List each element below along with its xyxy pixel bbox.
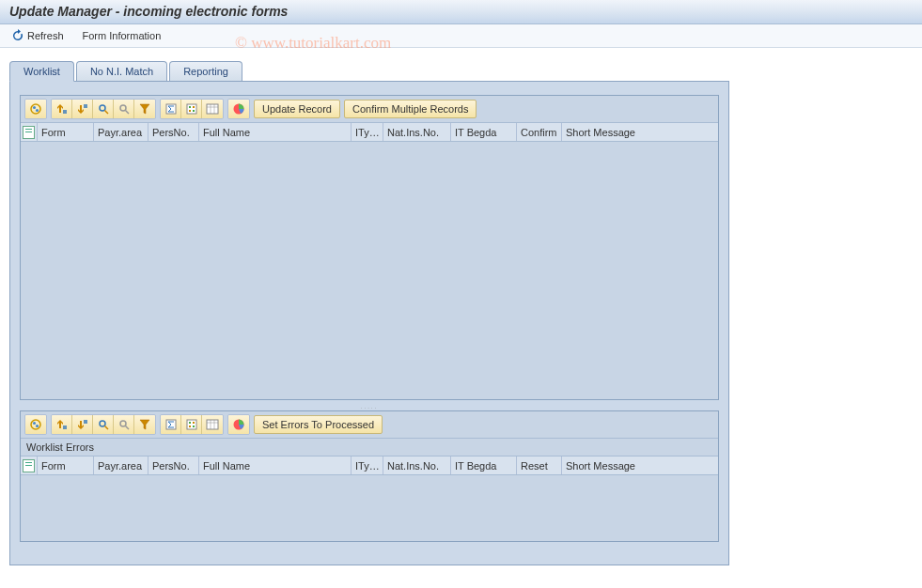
find-next-icon xyxy=(118,419,130,430)
title-bar: Update Manager - incoming electronic for… xyxy=(0,0,922,24)
svg-point-14 xyxy=(33,422,36,425)
sort-asc-button[interactable] xyxy=(52,100,72,118)
svg-point-17 xyxy=(120,421,126,426)
svg-point-4 xyxy=(120,105,126,111)
col-form[interactable]: Form xyxy=(38,123,94,141)
col-form-2[interactable]: Form xyxy=(38,456,94,474)
col-full-name-2[interactable]: Full Name xyxy=(199,456,352,474)
find-button[interactable] xyxy=(93,100,114,118)
svg-rect-7 xyxy=(189,106,191,108)
svg-point-16 xyxy=(100,421,105,426)
chart-icon xyxy=(232,102,245,116)
find-next-button[interactable] xyxy=(114,100,134,118)
find-next-button-2[interactable] xyxy=(114,415,134,434)
menu-bar: Refresh Form Information xyxy=(0,24,922,48)
errors-grid: Set Errors To Processed Worklist Errors … xyxy=(20,410,719,542)
worklist-toolbar: Update Record Confirm Multiple Records xyxy=(21,96,718,123)
subtotal-icon xyxy=(186,419,197,430)
col-payr-area-2[interactable]: Payr.area xyxy=(94,456,148,474)
chart-icon xyxy=(232,418,245,431)
sort-desc-icon xyxy=(77,103,88,115)
update-record-button[interactable]: Update Record xyxy=(254,100,340,118)
details-icon xyxy=(29,102,42,116)
col-ity[interactable]: ITy… xyxy=(352,123,383,141)
errors-toolbar: Set Errors To Processed xyxy=(21,411,718,439)
col-reset[interactable]: Reset xyxy=(517,456,562,474)
col-nat-ins-no[interactable]: Nat.Ins.No. xyxy=(383,123,451,141)
chart-button-2[interactable] xyxy=(228,415,249,434)
col-ity-2[interactable]: ITy… xyxy=(352,456,383,474)
find-button-2[interactable] xyxy=(93,415,114,434)
svg-rect-6 xyxy=(187,104,196,114)
tab-reporting[interactable]: Reporting xyxy=(169,61,242,81)
layout-button-2[interactable] xyxy=(202,415,223,434)
chart-button[interactable] xyxy=(228,100,249,118)
page-title: Update Manager - incoming electronic for… xyxy=(9,4,913,19)
col-nat-ins-no-2[interactable]: Nat.Ins.No. xyxy=(383,456,451,474)
set-errors-button[interactable]: Set Errors To Processed xyxy=(254,415,383,434)
svg-rect-20 xyxy=(189,422,191,424)
sort-desc-button-2[interactable] xyxy=(72,415,93,434)
svg-point-13 xyxy=(31,420,40,429)
find-icon xyxy=(98,419,109,430)
svg-rect-24 xyxy=(207,420,218,429)
layout-button[interactable] xyxy=(202,100,223,118)
col-pers-no[interactable]: PersNo. xyxy=(148,123,199,141)
subtotal-button-2[interactable] xyxy=(181,415,202,434)
details-button[interactable] xyxy=(25,100,46,118)
document-icon xyxy=(23,459,35,472)
col-it-begda-2[interactable]: IT Begda xyxy=(451,456,517,474)
document-icon xyxy=(23,126,35,139)
col-short-message[interactable]: Short Message xyxy=(562,123,718,141)
total-button[interactable] xyxy=(161,100,181,118)
filter-button-2[interactable] xyxy=(134,415,155,434)
total-button-2[interactable] xyxy=(161,415,181,434)
refresh-icon xyxy=(11,29,24,42)
tab-content: Update Record Confirm Multiple Records F… xyxy=(9,81,729,565)
worklist-header-row: Form Payr.area PersNo. Full Name ITy… Na… xyxy=(21,123,718,142)
refresh-label: Refresh xyxy=(27,30,64,41)
col-pers-no-2[interactable]: PersNo. xyxy=(148,456,199,474)
details-button-2[interactable] xyxy=(25,415,46,434)
refresh-menu-item[interactable]: Refresh xyxy=(8,27,68,44)
svg-point-3 xyxy=(100,105,105,111)
errors-section-label: Worklist Errors xyxy=(21,439,718,456)
sort-asc-icon xyxy=(56,103,68,115)
layout-icon xyxy=(206,419,219,430)
layout-icon xyxy=(206,103,219,115)
svg-point-0 xyxy=(31,104,40,114)
svg-rect-9 xyxy=(189,110,191,112)
svg-rect-22 xyxy=(189,426,191,427)
filter-icon xyxy=(139,419,150,430)
svg-point-1 xyxy=(33,106,36,109)
col-it-begda[interactable]: IT Begda xyxy=(451,123,517,141)
worklist-grid: Update Record Confirm Multiple Records F… xyxy=(20,95,719,400)
filter-button[interactable] xyxy=(134,100,155,118)
confirm-multiple-button[interactable]: Confirm Multiple Records xyxy=(344,100,477,118)
select-all-cell-2[interactable] xyxy=(21,456,38,474)
subtotal-button[interactable] xyxy=(181,100,202,118)
svg-rect-21 xyxy=(193,422,195,424)
sort-asc-button-2[interactable] xyxy=(52,415,72,434)
form-info-label: Form Information xyxy=(83,30,162,41)
col-full-name[interactable]: Full Name xyxy=(199,123,352,141)
col-short-message-2[interactable]: Short Message xyxy=(562,456,718,474)
form-info-menu-item[interactable]: Form Information xyxy=(79,28,165,43)
tab-worklist[interactable]: Worklist xyxy=(9,61,74,82)
svg-rect-23 xyxy=(193,426,195,427)
select-all-cell[interactable] xyxy=(21,123,38,141)
errors-header-row: Form Payr.area PersNo. Full Name ITy… Na… xyxy=(21,456,718,475)
tabs: Worklist No N.I. Match Reporting xyxy=(9,61,913,81)
sort-desc-button[interactable] xyxy=(72,100,93,118)
col-confirm[interactable]: Confirm xyxy=(517,123,562,141)
svg-rect-19 xyxy=(187,420,196,429)
tab-container: Worklist No N.I. Match Reporting xyxy=(0,48,922,565)
sum-icon xyxy=(165,419,177,430)
svg-rect-10 xyxy=(193,110,195,112)
sort-desc-icon xyxy=(77,419,88,430)
col-payr-area[interactable]: Payr.area xyxy=(94,123,148,141)
svg-rect-8 xyxy=(193,106,195,108)
tab-no-ni-match[interactable]: No N.I. Match xyxy=(76,61,167,81)
svg-rect-11 xyxy=(207,104,218,114)
sort-asc-icon xyxy=(56,419,68,430)
